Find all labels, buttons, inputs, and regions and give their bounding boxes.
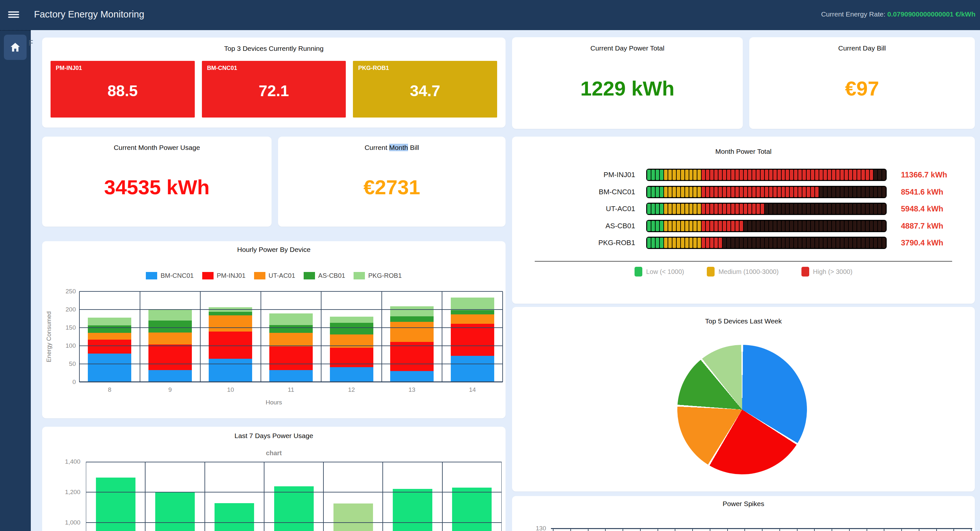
gridline-horizontal: [80, 364, 503, 364]
bar-segment: [723, 187, 726, 197]
segmented-bar[interactable]: [646, 169, 887, 181]
bar[interactable]: [274, 486, 314, 531]
bar[interactable]: [155, 492, 195, 531]
app-title: Factory Energy Monitoring: [34, 9, 144, 20]
device-card[interactable]: BM-CNC0172.1: [202, 61, 346, 117]
bar-segment: [748, 221, 751, 231]
bar-segment: [861, 238, 865, 248]
stacked-bar-segment[interactable]: [269, 370, 313, 382]
stacked-bar-segment[interactable]: [451, 310, 494, 314]
spikes-axis-line: [551, 528, 972, 529]
bar[interactable]: [96, 477, 135, 531]
bar-segment: [828, 170, 831, 180]
stacked-bar-segment[interactable]: [148, 320, 192, 333]
bar-segment: [840, 238, 844, 248]
bar-segment: [811, 238, 815, 248]
bar[interactable]: [393, 489, 432, 531]
stacked-bar-segment[interactable]: [88, 318, 131, 326]
segmented-bar[interactable]: [646, 220, 887, 232]
panel-day-power-total: Current Day Power Total 1229 kWh: [512, 37, 743, 129]
home-button[interactable]: [4, 35, 27, 60]
stacked-bar-segment[interactable]: [209, 312, 252, 315]
bar-segment: [853, 187, 856, 197]
day-bill-value: €97: [749, 77, 975, 100]
last7-plot-area[interactable]: [86, 462, 502, 531]
gridline-vertical: [442, 292, 442, 382]
stacked-bar-segment[interactable]: [269, 314, 313, 325]
bar-segment: [794, 187, 797, 197]
stacked-bar-segment[interactable]: [148, 310, 192, 320]
bar-segment: [651, 238, 655, 248]
bar-segment: [769, 221, 773, 231]
sidebar-clipped-label: F: [29, 39, 33, 48]
legend-item[interactable]: PKG-ROB1: [353, 272, 401, 279]
gridline-horizontal: [80, 327, 503, 328]
panel-title: Current Month Power Usage: [42, 144, 272, 152]
stacked-bar-segment[interactable]: [88, 333, 131, 340]
bar-segment: [861, 187, 865, 197]
device-card[interactable]: PM-INJ0188.5: [51, 61, 195, 117]
stacked-bar-segment[interactable]: [148, 333, 192, 344]
bar-segment: [878, 238, 881, 248]
stacked-bar-segment[interactable]: [88, 353, 131, 382]
bar-segment: [769, 204, 773, 214]
bar-segment: [731, 204, 735, 214]
stacked-bar-segment[interactable]: [451, 298, 494, 310]
pie-chart[interactable]: [677, 345, 807, 474]
segmented-bar[interactable]: [646, 203, 887, 215]
stacked-bar-segment[interactable]: [451, 314, 494, 324]
stacked-bar-segment[interactable]: [269, 333, 313, 347]
bar-segment: [714, 187, 718, 197]
stacked-bar-segment[interactable]: [451, 356, 494, 382]
bar-segment: [693, 238, 697, 248]
legend-item[interactable]: BM-CNC01: [146, 272, 194, 279]
stacked-bar-segment[interactable]: [330, 323, 373, 334]
segmented-bar[interactable]: [646, 186, 887, 198]
stacked-bar-segment[interactable]: [390, 342, 434, 371]
stacked-bar-segment[interactable]: [390, 371, 434, 382]
stacked-bar-segment[interactable]: [209, 315, 252, 331]
bar-segment: [824, 187, 827, 197]
gridline-vertical: [502, 292, 503, 382]
legend-item[interactable]: Medium (1000-3000): [707, 267, 779, 276]
legend-item[interactable]: PM-INJ01: [202, 272, 246, 279]
bar-segment: [807, 221, 810, 231]
stacked-bar-segment[interactable]: [88, 325, 131, 333]
legend-item[interactable]: Low (< 1000): [635, 267, 684, 276]
day-power-total-value: 1229 kWh: [512, 77, 743, 100]
bar[interactable]: [334, 504, 373, 531]
device-card[interactable]: PKG-ROB134.7: [353, 61, 497, 117]
bar-segment: [765, 204, 768, 214]
hourly-plot-area[interactable]: [80, 292, 503, 382]
legend-item[interactable]: UT-AC01: [254, 272, 295, 279]
stacked-bar-segment[interactable]: [330, 317, 373, 323]
stacked-bar-segment[interactable]: [451, 324, 494, 356]
axis-tick: [570, 528, 571, 531]
bar[interactable]: [215, 503, 254, 531]
stacked-bar-segment[interactable]: [209, 359, 252, 382]
stacked-bar-segment[interactable]: [148, 344, 192, 370]
bar[interactable]: [452, 488, 492, 531]
bar-segment: [756, 187, 760, 197]
menu-icon[interactable]: [8, 10, 19, 20]
legend-swatch: [707, 267, 714, 276]
stacked-bar-segment[interactable]: [390, 306, 434, 316]
stacked-bar-segment[interactable]: [269, 325, 313, 333]
bar-segment: [727, 187, 730, 197]
stacked-bar-segment[interactable]: [330, 348, 373, 367]
legend-item[interactable]: AS-CB01: [304, 272, 345, 279]
stacked-bar-segment[interactable]: [269, 346, 313, 370]
bar-segment: [857, 187, 861, 197]
month-total-row: UT-AC015948.4 kWh: [528, 202, 943, 215]
stacked-bar-segment[interactable]: [330, 367, 373, 382]
stacked-bar-segment[interactable]: [88, 340, 131, 353]
bar-segment: [790, 221, 793, 231]
legend-item[interactable]: High (> 3000): [802, 267, 853, 276]
stacked-bar-segment[interactable]: [148, 370, 192, 382]
device-name: PKG-ROB1: [358, 65, 389, 71]
bar-segment: [819, 187, 823, 197]
stacked-bar-segment[interactable]: [390, 316, 434, 322]
stacked-bar-segment[interactable]: [390, 322, 434, 342]
segmented-bar[interactable]: [646, 237, 887, 249]
bar-segment: [786, 187, 789, 197]
